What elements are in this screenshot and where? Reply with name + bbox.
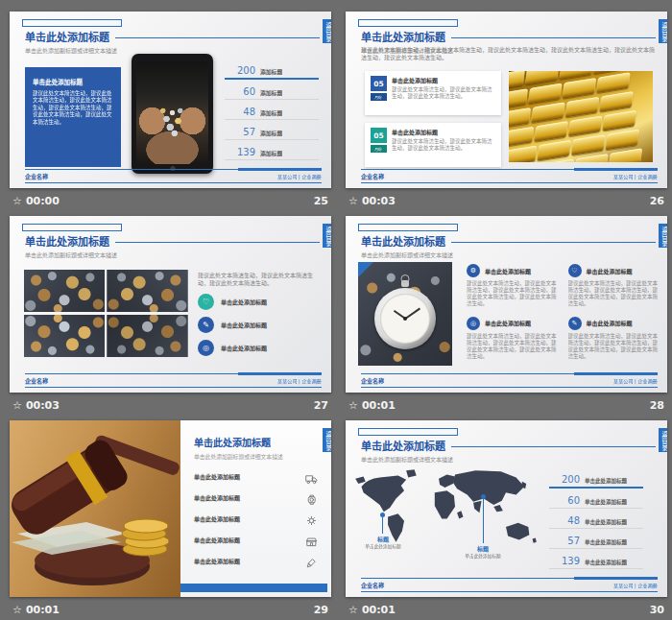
slide-subtitle: 单击此处添加副标题或详细文本描述 (361, 250, 656, 259)
pin-title: 标题 (355, 535, 411, 543)
stat-value: 57 (225, 127, 255, 137)
pocket-watch-photo (358, 262, 452, 366)
slide-thumbnail-28[interactable]: 返回目录 单击此处添加标题 单击此处添加副标题或详细文本描述 (346, 216, 667, 393)
star-icon: ☆ (12, 399, 22, 412)
card-tag: 月份 (371, 145, 387, 153)
title-rule (451, 37, 656, 38)
stat-row: 48添加标题 (225, 107, 319, 120)
icon-list-item: ✎ 单击此处添加标题 (198, 317, 321, 333)
coins-photo (24, 315, 105, 357)
intro-paragraph: 建议此处文本简洁生动，建议此处文本简洁生动，建议此处文本简洁生动。 (198, 272, 321, 287)
row-label: 单击此处添加标题 (194, 514, 240, 523)
stat-value: 48 (549, 515, 580, 526)
slide-title: 单击此处添加标题 (194, 435, 318, 449)
slide-footer: 企业名称 某某公司 | 企业画册 (361, 578, 658, 592)
footer-meta: 某某公司 | 企业画册 (277, 173, 322, 180)
slide-thumbnail-25[interactable]: 返回目录 单击此处添加标题 单击此处添加副标题或详细文本描述 单击此处添加标题 … (10, 12, 331, 188)
feature-title: 单击此处添加标题 (485, 319, 531, 327)
slide-number: 28 (650, 399, 664, 412)
card-title: 单击此处添加标题 (392, 76, 495, 84)
title-decor (358, 19, 458, 27)
map-pin-stem (483, 499, 484, 543)
footer-company: 企业名称 (361, 581, 384, 589)
coins-photo (108, 270, 188, 312)
slide-time: 00:01 (362, 399, 396, 412)
stat-row: 200添加标题 (225, 65, 319, 80)
stat-value: 139 (225, 147, 255, 157)
slide-thumbnail-29[interactable]: 单击此处添加标题 单击此处添加副标题或详细文本描述 单击此处添加标题 单击此处添… (10, 420, 331, 597)
footer-meta: 某某公司 | 企业画册 (613, 582, 658, 589)
footer-company: 企业名称 (361, 172, 384, 180)
slide-title: 单击此处添加标题 (361, 438, 445, 453)
slide-footer: 企业名称 某某公司 | 企业画册 (361, 373, 658, 388)
item-label: 单击此处添加标题 (221, 344, 267, 352)
list-row: 单击此处添加标题 (194, 513, 318, 525)
slide-title: 单击此处添加标题 (25, 233, 109, 249)
stat-label: 添加标题 (260, 88, 282, 97)
store-icon (305, 534, 318, 546)
slide-title: 单击此处添加标题 (25, 29, 109, 44)
slide-subtitle: 单击此处添加副标题或详细文本描述 (25, 250, 320, 259)
compass-icon: ◎ (198, 340, 214, 356)
stats-list: 200单击此处添加标题 60单击此处添加标题 48单击此处添加标题 57单击此处… (549, 474, 643, 576)
stat-row: 200单击此处添加标题 (549, 474, 643, 489)
gavel-photo (10, 420, 180, 597)
footer-meta: 某某公司 | 企业画册 (613, 377, 658, 385)
brush-icon (305, 555, 318, 567)
slide-time: 00:03 (362, 195, 396, 207)
row-label: 单击此处添加标题 (194, 536, 240, 544)
slide-cell-29: 单击此处添加标题 单击此处添加副标题或详细文本描述 单击此处添加标题 单击此处添… (10, 420, 331, 620)
slide-sorter-view: 返回目录 单击此处添加标题 单击此处添加副标题或详细文本描述 单击此处添加标题 … (0, 0, 672, 620)
slide-thumbnail-30[interactable]: 返回目录 单击此处添加标题 单击此处添加副标题或详细文本描述 (346, 420, 667, 597)
slide-number: 25 (314, 195, 328, 207)
gear-icon: ⚙ (467, 264, 480, 277)
slide-number: 30 (650, 604, 664, 616)
row-label: 单击此处添加标题 (194, 557, 240, 565)
slide-time: 00:01 (26, 604, 60, 616)
map-pin-label: 标题 单击此处添加标题 (355, 535, 411, 552)
stat-value: 60 (549, 495, 580, 506)
thumbnail-caption: ☆00:01 30 (346, 597, 667, 620)
slide-footer: 企业名称 某某公司 | 企业画册 (25, 373, 322, 388)
title-rule (451, 446, 656, 447)
title-decor (22, 224, 122, 231)
content-panel: 单击此处添加标题 单击此处添加副标题或详细文本描述 单击此处添加标题 单击此处添… (180, 420, 331, 597)
thumbnail-caption: ☆00:03 26 (346, 188, 667, 214)
side-tab: 返回目录 (323, 428, 331, 452)
stat-value: 139 (549, 556, 580, 566)
feature-title: 单击此处添加标题 (587, 267, 633, 275)
star-icon: ☆ (12, 604, 22, 616)
footer-company: 企业名称 (25, 376, 48, 385)
slide-thumbnail-26[interactable]: 返回目录 单击此处添加标题 单击此处添加副标题或详细文本描述 建议此处文本简洁生… (346, 12, 667, 188)
stat-value: 60 (225, 86, 255, 97)
gear-icon (305, 513, 318, 525)
pocket-watch (374, 288, 436, 349)
feature-item: ✎单击此处添加标题 建议此处文本简洁生动，建议此处文本简洁生动，建议此处文本简洁… (568, 317, 660, 361)
coins-photo (108, 315, 188, 357)
numbered-card: 05 月份 单击此处添加标题 建议此处文本简洁生动，建议此处文本简洁生动，建议此… (365, 71, 501, 115)
card-tag: 月份 (371, 93, 387, 101)
compass-icon: ◎ (467, 317, 480, 330)
stat-label: 添加标题 (260, 67, 282, 76)
stat-row: 60添加标题 (225, 86, 319, 100)
slide-number: 26 (650, 195, 664, 207)
slide-time: 00:03 (26, 399, 60, 412)
footer-company: 企业名称 (25, 172, 48, 180)
item-label: 单击此处添加标题 (221, 321, 267, 329)
side-tab-label: 返回目录 (661, 227, 667, 246)
side-tab-label: 返回目录 (661, 431, 667, 450)
list-row: 单击此处添加标题 (194, 555, 318, 567)
title-decor (358, 428, 458, 436)
side-tab: 返回目录 (659, 19, 667, 43)
stat-row: 139单击此处添加标题 (549, 556, 643, 569)
slide-cell-27: 返回目录 单击此处添加标题 单击此处添加副标题或详细文本描述 建议此处文本简洁生… (10, 216, 331, 420)
title-rule (451, 242, 656, 243)
stat-value: 200 (549, 474, 580, 485)
slide-thumbnail-27[interactable]: 返回目录 单击此处添加标题 单击此处添加副标题或详细文本描述 建议此处文本简洁生… (10, 216, 331, 393)
slide-footer: 企业名称 某某公司 | 企业画册 (25, 169, 322, 183)
stat-label: 添加标题 (260, 108, 282, 117)
item-label: 单击此处添加标题 (221, 298, 267, 306)
slide-subtitle: 单击此处添加副标题或详细文本描述 (361, 455, 656, 464)
title-decor (22, 19, 122, 27)
stat-label: 单击此处添加标题 (585, 538, 627, 546)
